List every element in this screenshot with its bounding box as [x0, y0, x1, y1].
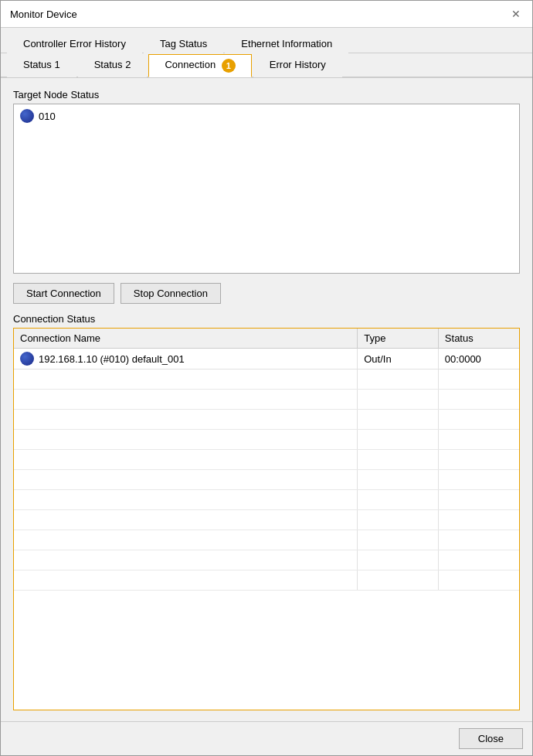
table-cell-status: 00:0000 — [438, 349, 519, 369]
table-row-empty — [14, 550, 519, 570]
table-row-empty — [14, 410, 519, 430]
tab-controller-error-history[interactable]: Controller Error History — [7, 33, 142, 53]
tab-status1[interactable]: Status 1 — [7, 54, 76, 77]
connection-status-section: Connection Status Connection Name Type S… — [13, 313, 520, 710]
tab-ethernet-information[interactable]: Ethernet Information — [225, 33, 348, 53]
tab-row-2: Status 1 Status 2 Connection 1 Error His… — [1, 53, 532, 78]
table-row-empty — [14, 570, 519, 591]
tab-row-1: Controller Error History Tag Status Ethe… — [1, 28, 532, 53]
tab-tag-status[interactable]: Tag Status — [144, 33, 223, 53]
target-node-status-label: Target Node Status — [13, 89, 520, 100]
col-header-type: Type — [358, 329, 439, 349]
monitor-device-window: Monitor Device ✕ Controller Error Histor… — [0, 0, 533, 756]
table-cell-name: 192.168.1.10 (#010) default_001 — [14, 349, 358, 369]
table-row-empty — [14, 490, 519, 510]
node-globe-icon — [20, 109, 34, 123]
connection-globe-icon — [20, 352, 34, 366]
close-button[interactable]: Close — [459, 728, 523, 749]
col-header-status: Status — [438, 329, 519, 349]
table-row-empty — [14, 450, 519, 470]
table-row-empty — [14, 530, 519, 550]
connection-status-label: Connection Status — [13, 313, 520, 325]
tab-status2[interactable]: Status 2 — [78, 54, 148, 77]
table-row: 192.168.1.10 (#010) default_001 Out/In 0… — [14, 349, 519, 369]
table-row-empty — [14, 510, 519, 530]
tab-error-history[interactable]: Error History — [253, 54, 342, 77]
window-close-button[interactable]: ✕ — [509, 7, 523, 21]
window-title: Monitor Device — [10, 9, 77, 20]
stop-connection-button[interactable]: Stop Connection — [121, 283, 221, 304]
target-node-status-section: Target Node Status 010 — [13, 89, 520, 274]
title-bar: Monitor Device ✕ — [1, 1, 532, 28]
footer: Close — [1, 721, 532, 755]
table-cell-type: Out/In — [358, 349, 439, 369]
table-row-empty — [14, 390, 519, 410]
button-row: Start Connection Stop Connection — [13, 283, 520, 304]
tab-connection[interactable]: Connection 1 — [148, 54, 251, 77]
node-item: 010 — [20, 109, 513, 123]
start-connection-button[interactable]: Start Connection — [13, 283, 114, 304]
connection-table-wrapper: Connection Name Type Status 192.168.1.10… — [13, 328, 520, 710]
table-row-empty — [14, 369, 519, 390]
col-header-name: Connection Name — [14, 329, 358, 349]
node-label: 010 — [39, 111, 56, 122]
main-content: Target Node Status 010 Start Connection … — [1, 78, 532, 721]
connection-tab-badge: 1 — [222, 59, 236, 73]
table-row-empty — [14, 470, 519, 490]
target-node-box: 010 — [13, 104, 520, 274]
connection-table: Connection Name Type Status 192.168.1.10… — [14, 329, 519, 591]
table-row-empty — [14, 430, 519, 450]
table-header-row: Connection Name Type Status — [14, 329, 519, 349]
